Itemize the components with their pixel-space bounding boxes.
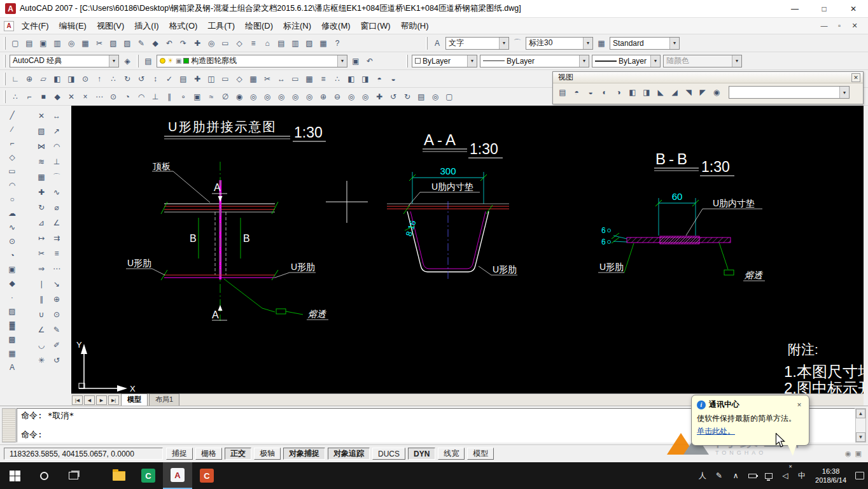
people-icon[interactable]: 人: [694, 462, 711, 489]
revision-cloud-icon[interactable]: ☁: [4, 206, 20, 220]
network-icon[interactable]: [760, 462, 777, 489]
mass-properties-icon[interactable]: ▦: [302, 72, 316, 86]
menu-window[interactable]: 窗口(W): [356, 18, 396, 34]
chevron-down-icon[interactable]: ▾: [669, 38, 679, 49]
windows-ink-icon[interactable]: ✎: [711, 462, 727, 489]
snap-endpoint-icon[interactable]: ■: [36, 90, 50, 104]
menu-modify[interactable]: 修改(M): [316, 18, 356, 34]
nw-isometric-view-icon[interactable]: ◤: [696, 85, 710, 99]
ime-indicator[interactable]: 中: [794, 462, 810, 489]
chevron-down-icon[interactable]: ▾: [583, 38, 592, 49]
mdi-restore-button[interactable]: ▫: [835, 22, 844, 30]
trim-icon[interactable]: ✂: [34, 246, 49, 261]
snap-parallel-icon[interactable]: ∥: [162, 90, 176, 104]
dim-linear-icon[interactable]: ↔: [49, 108, 64, 124]
chamfer-icon[interactable]: ∠: [34, 322, 49, 337]
make-block-icon[interactable]: ◆: [4, 276, 20, 290]
mtext-icon[interactable]: A: [4, 360, 20, 374]
action-center-button[interactable]: [851, 462, 868, 489]
zoom-window-icon[interactable]: ▭: [218, 36, 232, 50]
layer-color-swatch[interactable]: [183, 58, 189, 64]
object-viewport-icon[interactable]: ▦: [246, 72, 260, 86]
drawing-canvas[interactable]: U形肋拼接示意图 1:30 顶板: [71, 106, 864, 393]
ducs-toggle[interactable]: DUCS: [372, 448, 405, 460]
z-rotate-ucs-icon[interactable]: ↕: [148, 72, 162, 86]
toolbar-grip[interactable]: [4, 90, 6, 103]
zoom-in-icon[interactable]: ⊕: [316, 90, 330, 104]
linetype-combo[interactable]: ByLayer ▾: [480, 55, 589, 67]
quickcalc-icon[interactable]: ▦: [316, 36, 330, 50]
dim-update-icon[interactable]: ↺: [49, 353, 64, 368]
fillet-icon[interactable]: ◡: [34, 337, 49, 353]
text-style-icon[interactable]: A: [430, 36, 444, 50]
tolerance-icon[interactable]: ⊕: [49, 292, 64, 307]
chevron-down-icon[interactable]: ▾: [109, 55, 118, 67]
join-icon[interactable]: ∪: [34, 307, 49, 322]
osnap-toggle[interactable]: 对象捕捉: [283, 448, 325, 460]
erase-icon[interactable]: ✕: [34, 108, 49, 124]
osnap-settings-icon[interactable]: ◉: [232, 90, 246, 104]
face-ucs-icon[interactable]: ◧: [50, 72, 64, 86]
view-palette-titlebar[interactable]: 视图 ✕: [553, 72, 863, 83]
dim-angular-icon[interactable]: ∠: [49, 215, 64, 230]
snap-center-icon[interactable]: ⊙: [106, 90, 120, 104]
dim-continue-icon[interactable]: ⋯: [49, 261, 64, 276]
snap-extension-icon[interactable]: ⋯: [92, 90, 106, 104]
left-view-icon[interactable]: ◐: [598, 85, 612, 99]
menu-dimension[interactable]: 标注(N): [278, 18, 316, 34]
dim-arc-length-icon[interactable]: ◠: [49, 139, 64, 154]
right-view-icon[interactable]: ◑: [612, 85, 626, 99]
snap-none-icon[interactable]: ∅: [218, 90, 232, 104]
paste-icon[interactable]: ▨: [120, 36, 134, 50]
workspace-settings-icon[interactable]: ◈: [120, 54, 134, 68]
dim-ordinate-icon[interactable]: ⊥: [49, 154, 64, 169]
snap-apparent-intersection-icon[interactable]: ×: [78, 90, 92, 104]
zoom-scale-icon[interactable]: ◎: [274, 90, 288, 104]
menu-draw[interactable]: 绘图(D): [240, 18, 278, 34]
publish-icon[interactable]: ▦: [78, 36, 92, 50]
table-icon[interactable]: ▦: [4, 346, 20, 360]
explode-icon[interactable]: ✳: [34, 353, 49, 368]
construction-line-icon[interactable]: ∕: [4, 122, 20, 136]
toolbar-grip[interactable]: [4, 55, 6, 67]
dim-style-combo[interactable]: 标注30 ▾: [526, 37, 593, 50]
ellipse-icon[interactable]: ⊙: [4, 234, 20, 248]
toolbar-lock-icon[interactable]: ▣: [855, 450, 862, 458]
draworder-below-icon[interactable]: ◒: [386, 72, 400, 86]
insert-block-icon[interactable]: ▣: [4, 262, 20, 276]
draworder-front-icon[interactable]: ◧: [344, 72, 358, 86]
minimize-button[interactable]: —: [780, 0, 809, 17]
ellipse-arc-icon[interactable]: ◔: [4, 248, 20, 262]
menu-tools[interactable]: 工具(T): [202, 18, 240, 34]
match-properties-icon[interactable]: ✎: [134, 36, 148, 50]
snap-insert-icon[interactable]: ▣: [190, 90, 204, 104]
next-tab-button[interactable]: ▶: [96, 395, 107, 405]
region-icon[interactable]: ▩: [4, 332, 20, 346]
start-button[interactable]: [0, 462, 29, 489]
menu-view[interactable]: 视图(V): [92, 18, 129, 34]
otrack-toggle[interactable]: 对象追踪: [328, 448, 370, 460]
task-view-button[interactable]: [59, 462, 88, 489]
named-view-combo[interactable]: ▾: [729, 86, 850, 99]
single-viewport-icon[interactable]: ▭: [218, 72, 232, 86]
quick-leader-icon[interactable]: ↘: [49, 276, 64, 292]
snap-perpendicular-icon[interactable]: ⊥: [148, 90, 162, 104]
sw-isometric-view-icon[interactable]: ◣: [654, 85, 668, 99]
tab-model[interactable]: 模型: [121, 393, 148, 406]
ucs-dialog-icon[interactable]: ▤: [176, 72, 190, 86]
dim-radius-icon[interactable]: ⌒: [49, 169, 64, 185]
first-tab-button[interactable]: |◀: [72, 395, 83, 405]
toolbar-grip[interactable]: [137, 55, 139, 67]
scroll-down-button[interactable]: ▼: [856, 432, 865, 442]
redo-icon[interactable]: ↷: [176, 36, 190, 50]
temp-track-point-icon[interactable]: ∴: [8, 90, 22, 104]
prev-tab-button[interactable]: ◀: [84, 395, 95, 405]
view-ucs-icon[interactable]: ◨: [64, 72, 78, 86]
object-ucs-icon[interactable]: ▱: [36, 72, 50, 86]
battery-icon[interactable]: [744, 462, 760, 489]
chevron-down-icon[interactable]: ▾: [579, 55, 589, 67]
aerial-view-icon[interactable]: ◎: [428, 90, 442, 104]
break-at-point-icon[interactable]: ∣: [34, 276, 49, 292]
maximize-button[interactable]: □: [809, 0, 839, 17]
stretch-icon[interactable]: ↦: [34, 230, 49, 246]
